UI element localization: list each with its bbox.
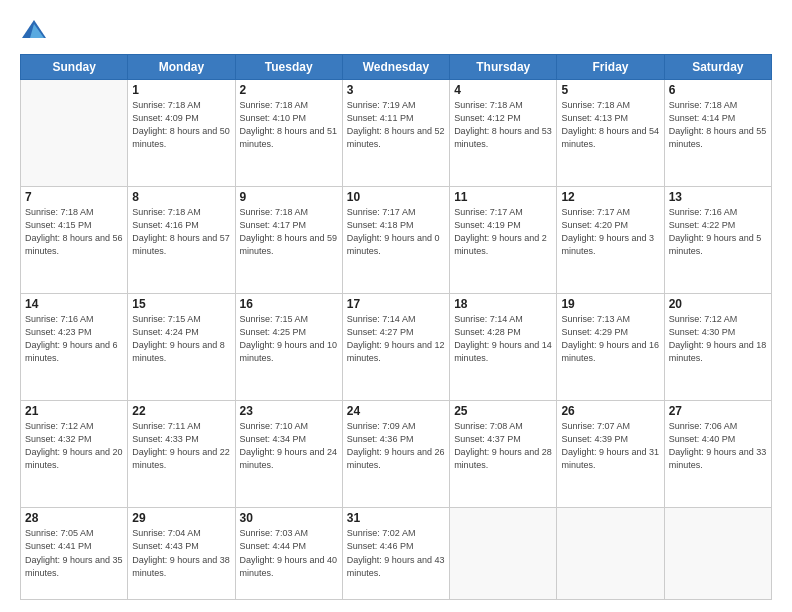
calendar-cell: 8Sunrise: 7:18 AMSunset: 4:16 PMDaylight… <box>128 187 235 294</box>
weekday-header-thursday: Thursday <box>450 55 557 80</box>
calendar-cell: 25Sunrise: 7:08 AMSunset: 4:37 PMDayligh… <box>450 401 557 508</box>
day-number: 16 <box>240 297 338 311</box>
calendar-cell: 19Sunrise: 7:13 AMSunset: 4:29 PMDayligh… <box>557 294 664 401</box>
calendar-cell: 2Sunrise: 7:18 AMSunset: 4:10 PMDaylight… <box>235 80 342 187</box>
day-number: 14 <box>25 297 123 311</box>
day-number: 8 <box>132 190 230 204</box>
day-info: Sunrise: 7:04 AMSunset: 4:43 PMDaylight:… <box>132 527 230 579</box>
day-info: Sunrise: 7:11 AMSunset: 4:33 PMDaylight:… <box>132 420 230 472</box>
calendar-cell: 15Sunrise: 7:15 AMSunset: 4:24 PMDayligh… <box>128 294 235 401</box>
day-info: Sunrise: 7:14 AMSunset: 4:28 PMDaylight:… <box>454 313 552 365</box>
day-number: 30 <box>240 511 338 525</box>
day-number: 18 <box>454 297 552 311</box>
calendar-cell <box>557 508 664 600</box>
day-info: Sunrise: 7:18 AMSunset: 4:12 PMDaylight:… <box>454 99 552 151</box>
calendar-cell: 4Sunrise: 7:18 AMSunset: 4:12 PMDaylight… <box>450 80 557 187</box>
calendar-cell: 17Sunrise: 7:14 AMSunset: 4:27 PMDayligh… <box>342 294 449 401</box>
calendar-cell: 24Sunrise: 7:09 AMSunset: 4:36 PMDayligh… <box>342 401 449 508</box>
calendar-cell: 21Sunrise: 7:12 AMSunset: 4:32 PMDayligh… <box>21 401 128 508</box>
day-number: 6 <box>669 83 767 97</box>
calendar-cell: 20Sunrise: 7:12 AMSunset: 4:30 PMDayligh… <box>664 294 771 401</box>
logo <box>20 16 52 44</box>
day-info: Sunrise: 7:02 AMSunset: 4:46 PMDaylight:… <box>347 527 445 579</box>
day-number: 29 <box>132 511 230 525</box>
page: SundayMondayTuesdayWednesdayThursdayFrid… <box>0 0 792 612</box>
day-info: Sunrise: 7:14 AMSunset: 4:27 PMDaylight:… <box>347 313 445 365</box>
calendar-cell: 31Sunrise: 7:02 AMSunset: 4:46 PMDayligh… <box>342 508 449 600</box>
calendar-cell: 22Sunrise: 7:11 AMSunset: 4:33 PMDayligh… <box>128 401 235 508</box>
weekday-header-sunday: Sunday <box>21 55 128 80</box>
calendar-cell: 10Sunrise: 7:17 AMSunset: 4:18 PMDayligh… <box>342 187 449 294</box>
calendar-cell: 11Sunrise: 7:17 AMSunset: 4:19 PMDayligh… <box>450 187 557 294</box>
day-number: 2 <box>240 83 338 97</box>
day-info: Sunrise: 7:03 AMSunset: 4:44 PMDaylight:… <box>240 527 338 579</box>
weekday-header-friday: Friday <box>557 55 664 80</box>
calendar-cell: 3Sunrise: 7:19 AMSunset: 4:11 PMDaylight… <box>342 80 449 187</box>
day-info: Sunrise: 7:16 AMSunset: 4:22 PMDaylight:… <box>669 206 767 258</box>
day-info: Sunrise: 7:15 AMSunset: 4:25 PMDaylight:… <box>240 313 338 365</box>
calendar-cell: 14Sunrise: 7:16 AMSunset: 4:23 PMDayligh… <box>21 294 128 401</box>
weekday-header-row: SundayMondayTuesdayWednesdayThursdayFrid… <box>21 55 772 80</box>
calendar-cell: 23Sunrise: 7:10 AMSunset: 4:34 PMDayligh… <box>235 401 342 508</box>
day-number: 3 <box>347 83 445 97</box>
logo-icon <box>20 16 48 44</box>
calendar-cell: 30Sunrise: 7:03 AMSunset: 4:44 PMDayligh… <box>235 508 342 600</box>
calendar-cell: 12Sunrise: 7:17 AMSunset: 4:20 PMDayligh… <box>557 187 664 294</box>
calendar-cell <box>21 80 128 187</box>
day-info: Sunrise: 7:17 AMSunset: 4:18 PMDaylight:… <box>347 206 445 258</box>
day-number: 1 <box>132 83 230 97</box>
day-info: Sunrise: 7:05 AMSunset: 4:41 PMDaylight:… <box>25 527 123 579</box>
calendar-cell: 9Sunrise: 7:18 AMSunset: 4:17 PMDaylight… <box>235 187 342 294</box>
day-number: 24 <box>347 404 445 418</box>
day-info: Sunrise: 7:17 AMSunset: 4:20 PMDaylight:… <box>561 206 659 258</box>
calendar-cell: 27Sunrise: 7:06 AMSunset: 4:40 PMDayligh… <box>664 401 771 508</box>
day-number: 23 <box>240 404 338 418</box>
day-number: 25 <box>454 404 552 418</box>
day-info: Sunrise: 7:17 AMSunset: 4:19 PMDaylight:… <box>454 206 552 258</box>
day-info: Sunrise: 7:13 AMSunset: 4:29 PMDaylight:… <box>561 313 659 365</box>
day-number: 19 <box>561 297 659 311</box>
calendar-cell: 29Sunrise: 7:04 AMSunset: 4:43 PMDayligh… <box>128 508 235 600</box>
day-number: 5 <box>561 83 659 97</box>
calendar-cell: 13Sunrise: 7:16 AMSunset: 4:22 PMDayligh… <box>664 187 771 294</box>
day-info: Sunrise: 7:06 AMSunset: 4:40 PMDaylight:… <box>669 420 767 472</box>
week-row-1: 7Sunrise: 7:18 AMSunset: 4:15 PMDaylight… <box>21 187 772 294</box>
week-row-3: 21Sunrise: 7:12 AMSunset: 4:32 PMDayligh… <box>21 401 772 508</box>
weekday-header-saturday: Saturday <box>664 55 771 80</box>
day-number: 31 <box>347 511 445 525</box>
day-number: 21 <box>25 404 123 418</box>
day-number: 9 <box>240 190 338 204</box>
day-info: Sunrise: 7:18 AMSunset: 4:13 PMDaylight:… <box>561 99 659 151</box>
calendar-cell: 28Sunrise: 7:05 AMSunset: 4:41 PMDayligh… <box>21 508 128 600</box>
day-info: Sunrise: 7:18 AMSunset: 4:17 PMDaylight:… <box>240 206 338 258</box>
day-number: 12 <box>561 190 659 204</box>
day-info: Sunrise: 7:08 AMSunset: 4:37 PMDaylight:… <box>454 420 552 472</box>
calendar-table: SundayMondayTuesdayWednesdayThursdayFrid… <box>20 54 772 600</box>
calendar-cell: 26Sunrise: 7:07 AMSunset: 4:39 PMDayligh… <box>557 401 664 508</box>
day-number: 17 <box>347 297 445 311</box>
day-info: Sunrise: 7:18 AMSunset: 4:16 PMDaylight:… <box>132 206 230 258</box>
day-number: 4 <box>454 83 552 97</box>
calendar-cell: 6Sunrise: 7:18 AMSunset: 4:14 PMDaylight… <box>664 80 771 187</box>
day-number: 15 <box>132 297 230 311</box>
day-number: 7 <box>25 190 123 204</box>
weekday-header-wednesday: Wednesday <box>342 55 449 80</box>
day-number: 28 <box>25 511 123 525</box>
day-number: 20 <box>669 297 767 311</box>
day-number: 27 <box>669 404 767 418</box>
calendar-cell: 18Sunrise: 7:14 AMSunset: 4:28 PMDayligh… <box>450 294 557 401</box>
day-info: Sunrise: 7:16 AMSunset: 4:23 PMDaylight:… <box>25 313 123 365</box>
week-row-4: 28Sunrise: 7:05 AMSunset: 4:41 PMDayligh… <box>21 508 772 600</box>
day-info: Sunrise: 7:15 AMSunset: 4:24 PMDaylight:… <box>132 313 230 365</box>
calendar-cell: 1Sunrise: 7:18 AMSunset: 4:09 PMDaylight… <box>128 80 235 187</box>
day-info: Sunrise: 7:07 AMSunset: 4:39 PMDaylight:… <box>561 420 659 472</box>
day-info: Sunrise: 7:18 AMSunset: 4:10 PMDaylight:… <box>240 99 338 151</box>
day-info: Sunrise: 7:18 AMSunset: 4:15 PMDaylight:… <box>25 206 123 258</box>
day-info: Sunrise: 7:18 AMSunset: 4:14 PMDaylight:… <box>669 99 767 151</box>
header <box>20 16 772 44</box>
day-info: Sunrise: 7:18 AMSunset: 4:09 PMDaylight:… <box>132 99 230 151</box>
calendar-cell: 5Sunrise: 7:18 AMSunset: 4:13 PMDaylight… <box>557 80 664 187</box>
day-info: Sunrise: 7:12 AMSunset: 4:30 PMDaylight:… <box>669 313 767 365</box>
day-number: 22 <box>132 404 230 418</box>
day-info: Sunrise: 7:19 AMSunset: 4:11 PMDaylight:… <box>347 99 445 151</box>
